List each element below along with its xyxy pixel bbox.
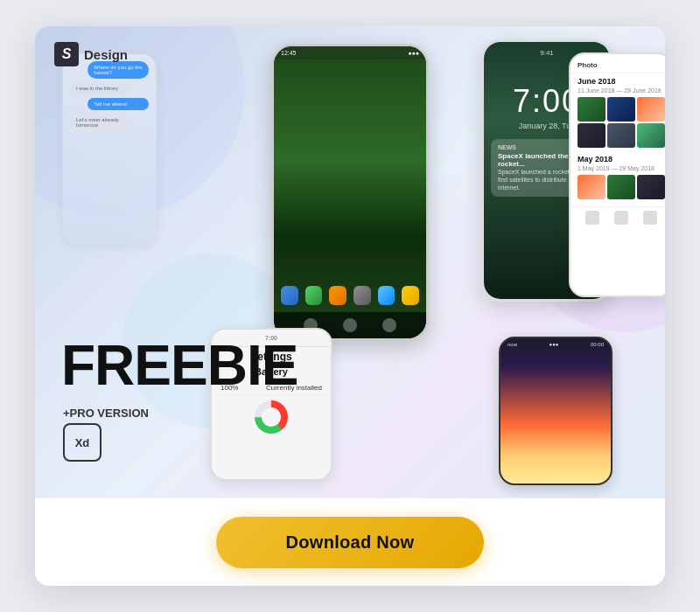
logo-text: Design [84, 47, 128, 62]
gallery-header: Photo [570, 54, 665, 73]
gallery-thumb-9 [637, 175, 665, 199]
sunset-status-bar: now ●●● 00:00 [500, 338, 611, 351]
app-icon-gallery [402, 286, 419, 305]
gallery-thumb-7 [578, 175, 606, 199]
gallery-thumb-4 [578, 123, 606, 148]
download-area: Download Now [35, 498, 665, 586]
gallery-nav-icon-3 [643, 211, 657, 225]
app-icon-camera [378, 286, 396, 305]
gallery-thumb-3 [637, 97, 665, 122]
download-button[interactable]: Download Now [216, 517, 485, 568]
main-card: S Design Where do you go the fastest? I … [35, 26, 665, 586]
gallery-nav-icon-1 [585, 211, 599, 225]
app-icon-messages [305, 286, 323, 305]
android-status-bar: 12:45 ●●● [274, 46, 426, 59]
phone-sunset: now ●●● 00:00 [499, 337, 612, 485]
nav-home [343, 318, 357, 332]
gallery-month-2: May 2018 [570, 151, 665, 165]
gallery-thumb-6 [637, 123, 665, 148]
gallery-date-range-1: 11 June 2018 — 28 June 2018 [570, 87, 665, 97]
logo: S Design [54, 42, 128, 66]
xd-badge: Xd [63, 423, 102, 462]
preview-area: S Design Where do you go the fastest? I … [35, 26, 665, 498]
freebie-heading: FREEBIE [61, 337, 298, 393]
gallery-thumb-1 [578, 97, 606, 122]
gallery-thumb-8 [607, 175, 635, 199]
gallery-date-range-2: 1 May 2018 — 29 May 2018 [570, 165, 665, 175]
chat-bubble-right-2: Tell me where! [88, 98, 149, 110]
gallery-nav-icon-2 [614, 211, 628, 225]
app-dock [274, 279, 426, 312]
gallery-thumb-2 [607, 97, 635, 122]
chat-bubble-left-2: Let's meet already tomorrow [70, 114, 131, 131]
chat-bubble-left: I was in the library [70, 82, 131, 94]
phone-android: 12:45 ●●● [271, 44, 429, 341]
nav-recents [382, 318, 396, 332]
gallery-grid-2 [570, 175, 665, 203]
phone-gallery: Photo June 2018 11 June 2018 — 28 June 2… [569, 52, 665, 297]
phone-messages: Where do you go the fastest? I was in th… [61, 52, 158, 245]
logo-icon: S [54, 42, 79, 66]
app-icon-settings [354, 286, 371, 305]
gallery-grid-1 [570, 97, 665, 151]
gallery-thumb-5 [607, 123, 635, 148]
app-icon-phone [281, 286, 298, 305]
app-icon-browser [329, 286, 346, 305]
battery-chart [212, 400, 331, 435]
pro-version-label: +PRO VERSION [63, 407, 149, 420]
gallery-month-1: June 2018 [570, 73, 665, 87]
